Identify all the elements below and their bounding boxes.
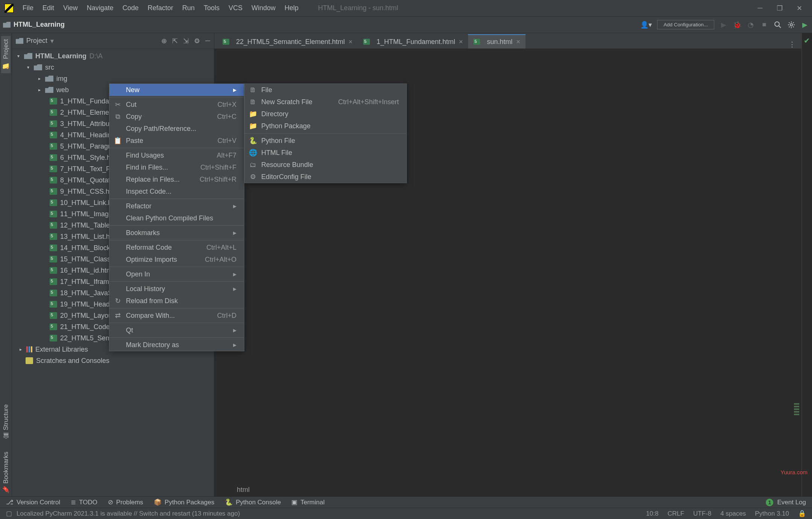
menu-item[interactable]: Refactor▸ (109, 200, 244, 212)
menu-item[interactable]: ↻Reload from Disk (109, 295, 244, 307)
blank-icon (114, 125, 121, 132)
breadcrumb-project[interactable]: HTML_Learning (14, 21, 65, 29)
menu-item[interactable]: ⇄Compare With...Ctrl+D (109, 310, 244, 322)
tree-folder-img[interactable]: ▸img (12, 73, 214, 84)
status-project-icon[interactable]: ▢ (6, 510, 12, 517)
add-configuration-button[interactable]: Add Configuration... (657, 20, 714, 29)
settings-icon[interactable]: ⚙ (194, 37, 200, 45)
status-line-ending[interactable]: CRLF (668, 510, 684, 517)
menu-item[interactable]: Inspect Code... (109, 185, 244, 197)
close-icon[interactable]: ✕ (794, 4, 804, 12)
tree-folder-src[interactable]: ▾src (12, 62, 214, 73)
lock-icon[interactable]: 🔒 (798, 510, 806, 517)
status-caret-pos[interactable]: 10:8 (646, 510, 659, 517)
menu-item[interactable]: Qt▸ (109, 324, 244, 336)
menu-item[interactable]: Local History▸ (109, 283, 244, 295)
menu-run[interactable]: Run (178, 4, 199, 12)
menu-item[interactable]: Find UsagesAlt+F7 (109, 149, 244, 161)
menu-item[interactable]: 🗎New Scratch FileCtrl+Alt+Shift+Insert (245, 96, 406, 108)
menu-navigate[interactable]: Navigate (82, 4, 118, 12)
menu-edit[interactable]: Edit (38, 4, 59, 12)
folder-icon (16, 38, 23, 44)
svg-point-0 (775, 22, 779, 26)
status-encoding[interactable]: UTF-8 (693, 510, 711, 517)
hide-icon[interactable]: ─ (205, 37, 210, 45)
search-icon[interactable] (774, 21, 782, 29)
run-icon[interactable]: ▶ (720, 21, 728, 29)
menu-item[interactable]: Optimize ImportsCtrl+Alt+O (109, 253, 244, 266)
tool-python-console[interactable]: 🐍Python Console (225, 498, 281, 506)
tool-event-log[interactable]: Event Log (777, 499, 806, 506)
html-file-icon (50, 323, 57, 330)
coverage-icon[interactable]: ◔ (747, 21, 755, 29)
menu-item[interactable]: 📁Python Package (245, 120, 406, 132)
tool-bookmarks[interactable]: 🔖 Bookmarks (2, 449, 11, 496)
menu-item[interactable]: Find in Files...Ctrl+Shift+F (109, 161, 244, 173)
menu-item[interactable]: 📋PasteCtrl+V (109, 135, 244, 147)
collapse-all-icon[interactable]: ⇲ (183, 37, 189, 45)
minimize-icon[interactable]: ─ (755, 4, 765, 12)
tree-scratches[interactable]: Scratches and Consoles (12, 355, 214, 366)
menu-vcs[interactable]: VCS (224, 4, 247, 12)
editor-tab[interactable]: sun.html× (468, 34, 526, 49)
menu-item[interactable]: ✂CutCtrl+X (109, 99, 244, 111)
inspection-ok-icon[interactable]: ✔ (804, 36, 810, 45)
copy-icon: ⧉ (114, 113, 121, 120)
tool-project[interactable]: 📁 Project (1, 36, 11, 73)
menu-code[interactable]: Code (118, 4, 143, 12)
tree-root[interactable]: ▾HTML_LearningD:\A (12, 50, 214, 62)
tool-python-packages[interactable]: 📦Python Packages (154, 498, 214, 506)
menu-view[interactable]: View (59, 4, 82, 12)
menu-item[interactable]: Copy Path/Reference... (109, 123, 244, 135)
menu-item[interactable]: Open In▸ (109, 268, 244, 280)
menu-file[interactable]: File (18, 4, 38, 12)
menu-window[interactable]: Window (247, 4, 280, 12)
settings-icon[interactable] (787, 21, 795, 29)
folder-icon (24, 53, 32, 59)
close-tab-icon[interactable]: × (348, 38, 353, 46)
menu-item[interactable]: ⚙EditorConfig File (245, 171, 406, 183)
tool-problems[interactable]: ⊘Problems (108, 498, 143, 506)
menu-item[interactable]: New▸ (109, 84, 244, 96)
menu-help[interactable]: Help (280, 4, 303, 12)
menu-item[interactable]: ⧉CopyCtrl+C (109, 111, 244, 123)
close-tab-icon[interactable]: × (459, 38, 463, 46)
chevron-down-icon[interactable]: ▾ (50, 37, 54, 45)
tool-terminal[interactable]: ▣Terminal (291, 498, 324, 506)
tabs-more-icon[interactable]: ⋮ (783, 40, 801, 49)
menu-item[interactable]: 🗎File (245, 84, 406, 96)
menu-item[interactable]: Bookmarks▸ (109, 227, 244, 239)
status-bar: ▢ Localized PyCharm 2021.3.1 is availabl… (0, 508, 812, 519)
menu-item[interactable]: 📁Directory (245, 108, 406, 120)
tool-todo[interactable]: ≣TODO (71, 498, 97, 506)
status-interpreter[interactable]: Python 3.10 (755, 510, 789, 517)
menu-item[interactable]: Clean Python Compiled Files (109, 212, 244, 224)
menu-refactor[interactable]: Refactor (143, 4, 178, 12)
window-title: HTML_Learning - sun.html (318, 4, 398, 12)
user-icon[interactable]: 👤▾ (640, 21, 652, 29)
stop-icon[interactable]: ■ (760, 21, 768, 29)
editor-breadcrumb[interactable]: html (214, 483, 801, 496)
html-file-icon (50, 312, 57, 319)
debug-icon[interactable]: 🐞 (733, 21, 741, 29)
tool-version-control[interactable]: ⎇Version Control (6, 498, 60, 506)
expand-all-icon[interactable]: ⇱ (172, 37, 178, 45)
menu-item[interactable]: 🗂Resource Bundle (245, 159, 406, 171)
menu-tools[interactable]: Tools (199, 4, 224, 12)
maximize-icon[interactable]: ❐ (774, 4, 785, 12)
tool-structure[interactable]: 🏛 Structure (2, 401, 11, 442)
menu-item[interactable]: Mark Directory as▸ (109, 339, 244, 351)
editor-tab[interactable]: 22_HTML5_Semantic_Element.html× (217, 34, 358, 49)
blank-icon (114, 271, 121, 278)
menu-item[interactable]: 🌐HTML File (245, 147, 406, 159)
menu-item[interactable]: Replace in Files...Ctrl+Shift+R (109, 173, 244, 185)
status-indent[interactable]: 4 spaces (720, 510, 746, 517)
locate-icon[interactable]: ⊕ (161, 37, 167, 45)
run-anything-icon[interactable]: ▶ (801, 21, 809, 29)
close-tab-icon[interactable]: × (516, 38, 520, 46)
html-file-icon (50, 98, 57, 105)
menu-item[interactable]: 🐍Python File (245, 135, 406, 147)
editor-tab[interactable]: 1_HTML_Fundament.html× (358, 34, 468, 49)
menu-item[interactable]: Reformat CodeCtrl+Alt+L (109, 241, 244, 253)
folder-icon (34, 64, 42, 70)
